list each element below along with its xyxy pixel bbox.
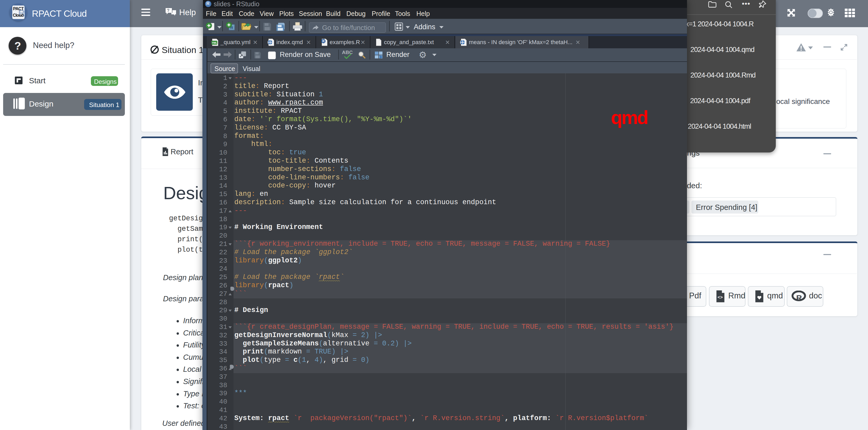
svg-text:<>: <> [717,295,723,300]
svg-text:?: ? [167,8,169,13]
svg-text:R: R [322,39,325,43]
svg-text:YML: YML [212,41,217,44]
svg-text:R: R [796,293,802,302]
